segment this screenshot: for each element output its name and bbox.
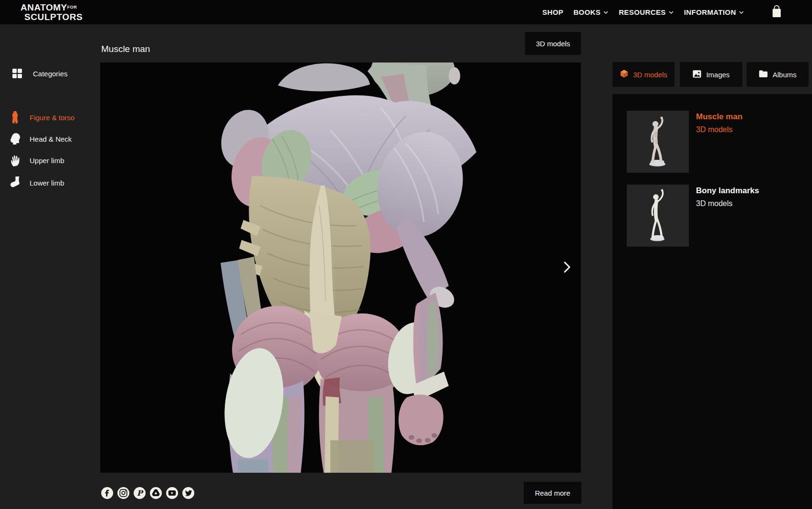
instagram-icon[interactable] — [117, 487, 129, 499]
sidebar-title: Categories — [33, 70, 68, 78]
muscle-model-render — [100, 62, 581, 473]
torso-icon — [8, 111, 22, 124]
tab-images[interactable]: Images — [680, 62, 742, 87]
pinterest-icon[interactable]: P — [134, 487, 146, 499]
sidebar-item-head-neck[interactable]: Head & Neck — [8, 132, 72, 146]
tab-3d-models[interactable]: 3D models — [612, 62, 675, 87]
logo-line1-suffix: FOR — [67, 5, 77, 10]
next-slide-button[interactable] — [560, 261, 574, 275]
page: ANATOMYFOR SCULPTORS SHOP BOOKS RESOURCE… — [0, 0, 812, 509]
nav-item-information[interactable]: INFORMATION — [684, 8, 744, 16]
category-badge[interactable]: 3D models — [525, 32, 581, 55]
related-models-panel: Muscle man 3D models — [612, 94, 812, 509]
nav-item-shop[interactable]: SHOP — [542, 8, 563, 16]
model-thumbnail — [627, 111, 689, 173]
related-item-subtitle: 3D models — [696, 125, 732, 134]
twitter-icon[interactable] — [182, 487, 194, 499]
logo-line2: SCULPTORS — [24, 12, 83, 21]
youtube-icon[interactable] — [166, 487, 178, 499]
hand-icon — [8, 154, 22, 166]
related-item-subtitle: 3D models — [696, 199, 732, 208]
head-icon — [8, 133, 22, 145]
sidebar-item-label: Upper limb — [30, 156, 64, 165]
shopping-bag-icon[interactable] — [771, 5, 782, 19]
site-logo[interactable]: ANATOMYFOR SCULPTORS — [21, 3, 83, 21]
tab-albums[interactable]: Albums — [747, 62, 809, 87]
model-thumbnail — [627, 185, 689, 247]
chevron-down-icon — [668, 10, 674, 15]
svg-text:P: P — [137, 488, 144, 498]
foot-icon — [8, 177, 22, 189]
read-more-button[interactable]: Read more — [524, 482, 581, 504]
top-navbar: ANATOMYFOR SCULPTORS SHOP BOOKS RESOURCE… — [0, 0, 812, 24]
chevron-down-icon — [738, 10, 744, 15]
logo-line1: ANATOMY — [21, 2, 67, 12]
grid-icon — [10, 68, 24, 79]
chevron-down-icon — [603, 10, 609, 15]
sidebar-item-figure-torso[interactable]: Figure & torso — [8, 110, 74, 125]
facebook-icon[interactable] — [101, 487, 113, 499]
drive-icon[interactable] — [150, 487, 162, 499]
cube-icon — [620, 69, 629, 80]
sidebar-item-upper-limb[interactable]: Upper limb — [8, 153, 64, 167]
social-links: P — [101, 487, 194, 499]
folder-icon — [759, 70, 768, 79]
sidebar-item-label: Figure & torso — [30, 114, 74, 122]
sidebar-item-label: Head & Neck — [30, 135, 72, 143]
sidebar-categories-header[interactable]: Categories — [10, 66, 68, 81]
page-title: Muscle man — [101, 44, 150, 54]
sidebar-item-lower-limb[interactable]: Lower limb — [8, 176, 64, 190]
list-item-bony-landmarks[interactable]: Bony landmarks 3D models — [627, 185, 803, 247]
sidebar-item-label: Lower limb — [30, 179, 64, 187]
image-icon — [692, 70, 702, 80]
related-item-title: Bony landmarks — [696, 186, 759, 196]
model-viewer[interactable] — [100, 62, 581, 473]
chevron-right-icon — [562, 261, 572, 275]
list-item-muscle-man[interactable]: Muscle man 3D models — [627, 111, 803, 173]
related-item-title: Muscle man — [696, 112, 742, 122]
nav-menu: SHOP BOOKS RESOURCES INFORMATION — [542, 0, 744, 24]
nav-item-books[interactable]: BOOKS — [573, 8, 609, 16]
nav-item-resources[interactable]: RESOURCES — [619, 8, 674, 16]
